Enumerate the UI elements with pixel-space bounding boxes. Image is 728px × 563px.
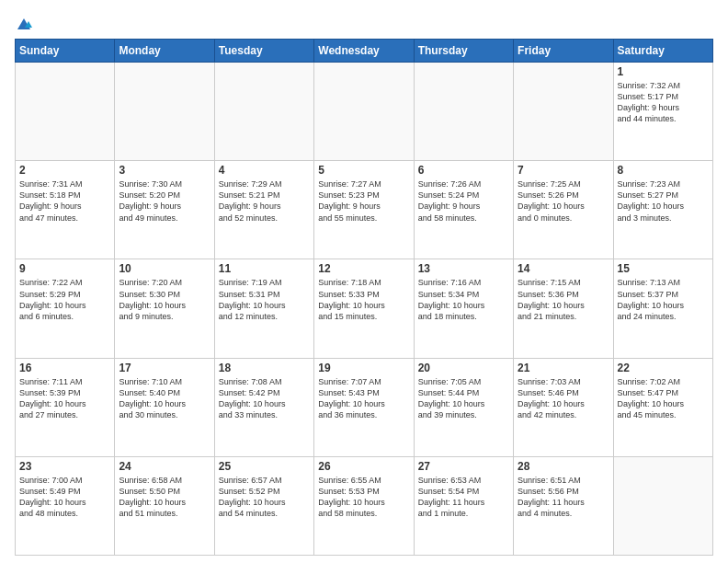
calendar-day-header: Monday xyxy=(115,40,214,63)
day-number: 19 xyxy=(318,362,409,374)
day-info: Sunrise: 7:29 AM Sunset: 5:21 PM Dayligh… xyxy=(219,178,310,224)
calendar-day-cell: 20Sunrise: 7:05 AM Sunset: 5:44 PM Dayli… xyxy=(414,358,513,456)
day-number: 1 xyxy=(618,65,709,78)
calendar-day-cell: 28Sunrise: 6:51 AM Sunset: 5:56 PM Dayli… xyxy=(514,456,613,555)
calendar-day-cell: 15Sunrise: 7:13 AM Sunset: 5:37 PM Dayli… xyxy=(613,259,712,358)
calendar-day-header: Tuesday xyxy=(214,40,313,63)
day-number: 25 xyxy=(219,460,310,473)
day-number: 3 xyxy=(119,164,210,177)
day-number: 18 xyxy=(219,362,310,374)
day-number: 8 xyxy=(618,164,709,177)
calendar-day-cell: 7Sunrise: 7:25 AM Sunset: 5:26 PM Daylig… xyxy=(514,161,613,259)
calendar-day-header: Thursday xyxy=(414,40,513,63)
day-info: Sunrise: 7:32 AM Sunset: 5:17 PM Dayligh… xyxy=(618,80,709,125)
calendar-day-header: Saturday xyxy=(613,40,712,63)
day-info: Sunrise: 7:31 AM Sunset: 5:18 PM Dayligh… xyxy=(19,178,110,224)
calendar-week-row: 16Sunrise: 7:11 AM Sunset: 5:39 PM Dayli… xyxy=(16,358,713,456)
day-number: 6 xyxy=(418,164,509,177)
calendar-day-cell: 23Sunrise: 7:00 AM Sunset: 5:49 PM Dayli… xyxy=(16,456,115,555)
calendar-day-cell xyxy=(613,456,712,555)
calendar-week-row: 1Sunrise: 7:32 AM Sunset: 5:17 PM Daylig… xyxy=(16,63,713,161)
day-info: Sunrise: 7:26 AM Sunset: 5:24 PM Dayligh… xyxy=(418,178,509,224)
day-info: Sunrise: 7:25 AM Sunset: 5:26 PM Dayligh… xyxy=(518,178,609,224)
calendar-day-cell: 13Sunrise: 7:16 AM Sunset: 5:34 PM Dayli… xyxy=(414,259,513,358)
calendar-week-row: 23Sunrise: 7:00 AM Sunset: 5:49 PM Dayli… xyxy=(16,456,713,555)
calendar-day-header: Wednesday xyxy=(314,40,414,63)
day-number: 4 xyxy=(219,164,310,177)
day-number: 15 xyxy=(618,262,709,275)
day-info: Sunrise: 7:23 AM Sunset: 5:27 PM Dayligh… xyxy=(618,178,709,224)
day-number: 27 xyxy=(418,460,509,473)
day-info: Sunrise: 7:27 AM Sunset: 5:23 PM Dayligh… xyxy=(318,178,409,224)
calendar-day-cell: 16Sunrise: 7:11 AM Sunset: 5:39 PM Dayli… xyxy=(16,358,115,456)
day-info: Sunrise: 6:51 AM Sunset: 5:56 PM Dayligh… xyxy=(518,475,609,520)
calendar-header-row: SundayMondayTuesdayWednesdayThursdayFrid… xyxy=(16,40,713,63)
calendar-day-cell: 26Sunrise: 6:55 AM Sunset: 5:53 PM Dayli… xyxy=(314,456,414,555)
calendar-day-cell: 27Sunrise: 6:53 AM Sunset: 5:54 PM Dayli… xyxy=(414,456,513,555)
page-container: SundayMondayTuesdayWednesdayThursdayFrid… xyxy=(0,0,728,563)
day-number: 9 xyxy=(19,262,110,275)
calendar-day-cell: 3Sunrise: 7:30 AM Sunset: 5:20 PM Daylig… xyxy=(115,161,214,259)
calendar-day-cell: 5Sunrise: 7:27 AM Sunset: 5:23 PM Daylig… xyxy=(314,161,414,259)
day-info: Sunrise: 7:22 AM Sunset: 5:29 PM Dayligh… xyxy=(19,277,110,322)
day-info: Sunrise: 7:08 AM Sunset: 5:42 PM Dayligh… xyxy=(219,376,310,421)
calendar-day-cell: 14Sunrise: 7:15 AM Sunset: 5:36 PM Dayli… xyxy=(514,259,613,358)
calendar-day-cell: 17Sunrise: 7:10 AM Sunset: 5:40 PM Dayli… xyxy=(115,358,214,456)
calendar-table: SundayMondayTuesdayWednesdayThursdayFrid… xyxy=(15,39,713,556)
day-number: 13 xyxy=(418,262,509,275)
day-info: Sunrise: 7:16 AM Sunset: 5:34 PM Dayligh… xyxy=(418,277,509,322)
day-info: Sunrise: 7:18 AM Sunset: 5:33 PM Dayligh… xyxy=(318,277,409,322)
day-number: 10 xyxy=(119,262,210,275)
calendar-day-cell xyxy=(414,63,513,161)
calendar-day-header: Sunday xyxy=(16,40,115,63)
day-info: Sunrise: 7:19 AM Sunset: 5:31 PM Dayligh… xyxy=(219,277,310,322)
day-info: Sunrise: 7:11 AM Sunset: 5:39 PM Dayligh… xyxy=(19,376,110,421)
day-info: Sunrise: 7:13 AM Sunset: 5:37 PM Dayligh… xyxy=(618,277,709,322)
logo-icon xyxy=(16,17,32,33)
calendar-day-cell: 6Sunrise: 7:26 AM Sunset: 5:24 PM Daylig… xyxy=(414,161,513,259)
calendar-day-cell: 22Sunrise: 7:02 AM Sunset: 5:47 PM Dayli… xyxy=(613,358,712,456)
day-info: Sunrise: 7:02 AM Sunset: 5:47 PM Dayligh… xyxy=(618,376,709,421)
day-info: Sunrise: 7:15 AM Sunset: 5:36 PM Dayligh… xyxy=(518,277,609,322)
day-info: Sunrise: 7:05 AM Sunset: 5:44 PM Dayligh… xyxy=(418,376,509,421)
day-number: 24 xyxy=(119,460,210,473)
day-number: 2 xyxy=(19,164,110,177)
calendar-day-header: Friday xyxy=(514,40,613,63)
day-info: Sunrise: 6:58 AM Sunset: 5:50 PM Dayligh… xyxy=(119,475,210,520)
day-number: 21 xyxy=(518,362,609,374)
calendar-day-cell: 9Sunrise: 7:22 AM Sunset: 5:29 PM Daylig… xyxy=(16,259,115,358)
day-number: 28 xyxy=(518,460,609,473)
calendar-day-cell: 18Sunrise: 7:08 AM Sunset: 5:42 PM Dayli… xyxy=(214,358,313,456)
day-number: 16 xyxy=(19,362,110,374)
calendar-day-cell: 21Sunrise: 7:03 AM Sunset: 5:46 PM Dayli… xyxy=(514,358,613,456)
day-number: 23 xyxy=(19,460,110,473)
calendar-day-cell xyxy=(314,63,414,161)
calendar-week-row: 9Sunrise: 7:22 AM Sunset: 5:29 PM Daylig… xyxy=(16,259,713,358)
day-number: 11 xyxy=(219,262,310,275)
day-info: Sunrise: 7:00 AM Sunset: 5:49 PM Dayligh… xyxy=(19,475,110,520)
calendar-day-cell: 25Sunrise: 6:57 AM Sunset: 5:52 PM Dayli… xyxy=(214,456,313,555)
day-number: 5 xyxy=(318,164,409,177)
calendar-day-cell: 2Sunrise: 7:31 AM Sunset: 5:18 PM Daylig… xyxy=(16,161,115,259)
day-number: 17 xyxy=(119,362,210,374)
logo xyxy=(15,18,32,31)
calendar-day-cell: 1Sunrise: 7:32 AM Sunset: 5:17 PM Daylig… xyxy=(613,63,712,161)
day-info: Sunrise: 7:10 AM Sunset: 5:40 PM Dayligh… xyxy=(119,376,210,421)
day-info: Sunrise: 7:03 AM Sunset: 5:46 PM Dayligh… xyxy=(518,376,609,421)
day-info: Sunrise: 6:57 AM Sunset: 5:52 PM Dayligh… xyxy=(219,475,310,520)
calendar-day-cell xyxy=(16,63,115,161)
calendar-day-cell: 4Sunrise: 7:29 AM Sunset: 5:21 PM Daylig… xyxy=(214,161,313,259)
day-number: 26 xyxy=(318,460,409,473)
calendar-day-cell: 11Sunrise: 7:19 AM Sunset: 5:31 PM Dayli… xyxy=(214,259,313,358)
day-number: 14 xyxy=(518,262,609,275)
calendar-day-cell xyxy=(115,63,214,161)
calendar-day-cell: 24Sunrise: 6:58 AM Sunset: 5:50 PM Dayli… xyxy=(115,456,214,555)
day-number: 22 xyxy=(618,362,709,374)
header xyxy=(15,15,713,31)
calendar-day-cell: 19Sunrise: 7:07 AM Sunset: 5:43 PM Dayli… xyxy=(314,358,414,456)
day-info: Sunrise: 7:30 AM Sunset: 5:20 PM Dayligh… xyxy=(119,178,210,224)
calendar-day-cell: 8Sunrise: 7:23 AM Sunset: 5:27 PM Daylig… xyxy=(613,161,712,259)
calendar-day-cell: 10Sunrise: 7:20 AM Sunset: 5:30 PM Dayli… xyxy=(115,259,214,358)
calendar-day-cell xyxy=(514,63,613,161)
calendar-day-cell xyxy=(214,63,313,161)
